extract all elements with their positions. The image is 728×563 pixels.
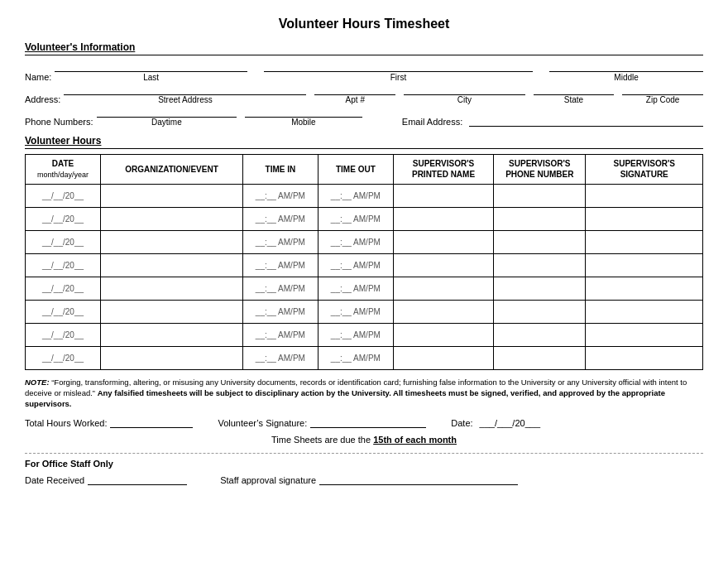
cell-timeout[interactable]: __:__ AM/PM — [318, 253, 393, 277]
cell-date[interactable]: __/__/20__ — [26, 277, 101, 300]
cell-phone[interactable] — [494, 277, 586, 300]
col-header-org: ORGANIZATION/EVENT — [101, 155, 243, 185]
staff-approval-label: Staff approval signature — [220, 475, 316, 485]
cell-timein[interactable]: __:__ AM/PM — [242, 207, 318, 230]
note-prefix: NOTE: — [25, 378, 51, 387]
date-received-line[interactable] — [88, 474, 187, 485]
cell-phone[interactable] — [494, 323, 586, 346]
cell-date[interactable]: __/__/20__ — [26, 323, 101, 346]
cell-org[interactable] — [101, 346, 243, 369]
cell-timein[interactable]: __:__ AM/PM — [242, 253, 318, 277]
phone-mobile-line[interactable] — [245, 106, 362, 118]
cell-timein[interactable]: __:__ AM/PM — [242, 277, 318, 300]
cell-timeout[interactable]: __:__ AM/PM — [318, 207, 393, 230]
street-label: Street Address — [64, 95, 306, 104]
table-row: __/__/20__ __:__ AM/PM __:__ AM/PM — [26, 300, 703, 323]
col-header-printed: SUPERVISOR'S PRINTED NAME — [393, 155, 493, 185]
table-row: __/__/20__ __:__ AM/PM __:__ AM/PM — [26, 230, 703, 253]
mobile-label: Mobile — [245, 118, 362, 127]
cell-printed[interactable] — [393, 230, 493, 253]
state-line[interactable] — [534, 84, 615, 95]
apt-line[interactable] — [314, 84, 395, 95]
cell-org[interactable] — [101, 207, 243, 230]
cell-phone[interactable] — [494, 346, 586, 369]
cell-sig[interactable] — [586, 253, 703, 277]
divider — [25, 453, 703, 454]
cell-date[interactable]: __/__/20__ — [26, 300, 101, 323]
name-middle-label: Middle — [549, 73, 703, 82]
due-date: 15th of each month — [373, 435, 457, 445]
cell-sig[interactable] — [586, 230, 703, 253]
volunteer-sig-line[interactable] — [310, 416, 426, 428]
cell-date[interactable]: __/__/20__ — [26, 346, 101, 369]
zip-label: Zip Code — [622, 95, 703, 104]
col-header-sig: SUPERVISOR'S SIGNATURE — [586, 155, 703, 185]
cell-phone[interactable] — [494, 253, 586, 277]
street-line[interactable] — [64, 84, 306, 95]
cell-timein[interactable]: __:__ AM/PM — [242, 323, 318, 346]
cell-timein[interactable]: __:__ AM/PM — [242, 346, 318, 369]
page-title: Volunteer Hours Timesheet — [25, 17, 703, 31]
city-label: City — [404, 95, 525, 104]
cell-timein[interactable]: __:__ AM/PM — [242, 300, 318, 323]
name-middle-line[interactable] — [549, 60, 703, 72]
date-label: Date: — [451, 418, 472, 428]
cell-org[interactable] — [101, 277, 243, 300]
cell-date[interactable]: __/__/20__ — [26, 253, 101, 277]
table-row: __/__/20__ __:__ AM/PM __:__ AM/PM — [26, 277, 703, 300]
cell-timein[interactable]: __:__ AM/PM — [242, 184, 318, 207]
cell-org[interactable] — [101, 184, 243, 207]
name-last-label: Last — [55, 73, 247, 82]
name-last-line[interactable] — [55, 60, 247, 72]
cell-printed[interactable] — [393, 184, 493, 207]
cell-sig[interactable] — [586, 346, 703, 369]
cell-org[interactable] — [101, 300, 243, 323]
staff-approval-field: Staff approval signature — [220, 474, 518, 485]
cell-printed[interactable] — [393, 346, 493, 369]
cell-date[interactable]: __/__/20__ — [26, 207, 101, 230]
due-notice: Time Sheets are due the 15th of each mon… — [25, 435, 703, 445]
cell-sig[interactable] — [586, 207, 703, 230]
total-hours-line[interactable] — [110, 416, 193, 428]
cell-date[interactable]: __/__/20__ — [26, 230, 101, 253]
name-first-line[interactable] — [264, 60, 533, 72]
cell-org[interactable] — [101, 253, 243, 277]
cell-printed[interactable] — [393, 300, 493, 323]
cell-timeout[interactable]: __:__ AM/PM — [318, 184, 393, 207]
cell-org[interactable] — [101, 230, 243, 253]
staff-approval-line[interactable] — [319, 474, 518, 485]
cell-sig[interactable] — [586, 277, 703, 300]
phone-daytime-line[interactable] — [97, 106, 237, 118]
cell-date[interactable]: __/__/20__ — [26, 184, 101, 207]
cell-sig[interactable] — [586, 323, 703, 346]
cell-printed[interactable] — [393, 277, 493, 300]
col-header-date: DATE month/day/year — [26, 155, 101, 185]
zip-line[interactable] — [622, 84, 703, 95]
address-label: Address: — [25, 94, 60, 104]
cell-printed[interactable] — [393, 207, 493, 230]
cell-timein[interactable]: __:__ AM/PM — [242, 230, 318, 253]
cell-phone[interactable] — [494, 207, 586, 230]
volunteer-hours-section: Volunteer Hours DATE month/day/year ORGA… — [25, 135, 703, 370]
cell-timeout[interactable]: __:__ AM/PM — [318, 300, 393, 323]
cell-printed[interactable] — [393, 323, 493, 346]
date-value: ___/___/20___ — [480, 418, 540, 428]
cell-timeout[interactable]: __:__ AM/PM — [318, 323, 393, 346]
cell-sig[interactable] — [586, 184, 703, 207]
cell-phone[interactable] — [494, 230, 586, 253]
cell-timeout[interactable]: __:__ AM/PM — [318, 277, 393, 300]
cell-phone[interactable] — [494, 184, 586, 207]
daytime-label: Daytime — [97, 118, 237, 127]
date-received-label: Date Received — [25, 475, 84, 485]
timesheet-table: DATE month/day/year ORGANIZATION/EVENT T… — [25, 154, 703, 370]
volunteer-sig-field: Volunteer’s Signature: — [218, 416, 426, 428]
city-line[interactable] — [404, 84, 525, 95]
cell-org[interactable] — [101, 323, 243, 346]
email-line[interactable] — [469, 115, 703, 127]
cell-timeout[interactable]: __:__ AM/PM — [318, 230, 393, 253]
volunteer-hours-header: Volunteer Hours — [25, 135, 703, 149]
cell-printed[interactable] — [393, 253, 493, 277]
cell-sig[interactable] — [586, 300, 703, 323]
cell-timeout[interactable]: __:__ AM/PM — [318, 346, 393, 369]
cell-phone[interactable] — [494, 300, 586, 323]
